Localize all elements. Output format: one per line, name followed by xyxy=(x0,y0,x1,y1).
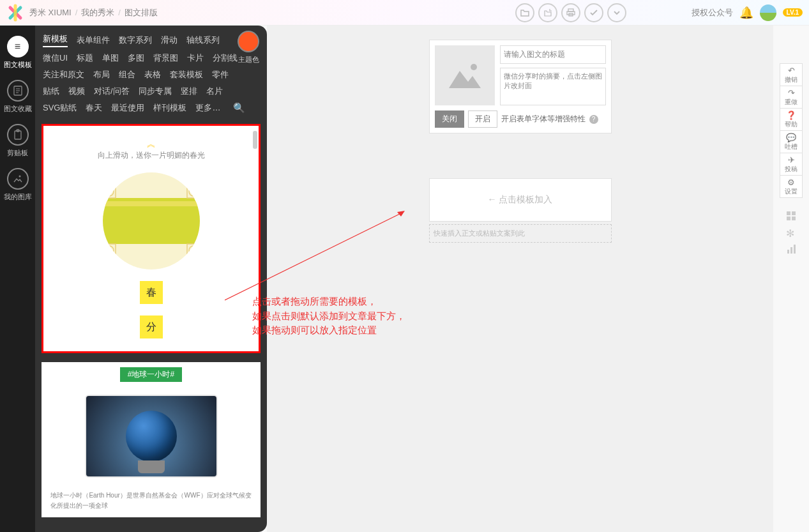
tab-wechatui[interactable]: 微信UI xyxy=(43,52,68,64)
svg-point-26 xyxy=(189,187,198,196)
rail-gallery[interactable]: 我的图库 xyxy=(0,163,35,207)
lines-icon: ≡ xyxy=(7,36,29,57)
tab-number[interactable]: 数字系列 xyxy=(119,34,152,46)
theme-swatch-icon xyxy=(238,31,259,52)
toggle-on-button[interactable]: 开启 xyxy=(468,110,497,128)
avatar[interactable] xyxy=(760,4,776,21)
earth-description: 地球一小时（Earth Hour）是世界自然基金会（WWF）应对全球气候变化所提… xyxy=(42,490,261,517)
svg-rect-33 xyxy=(787,211,790,215)
svg-point-27 xyxy=(105,246,114,255)
tab-svg[interactable]: SVG贴纸 xyxy=(43,102,77,114)
help-button[interactable]: ❓帮助 xyxy=(780,108,803,131)
breadcrumb-home[interactable]: 我的秀米 xyxy=(81,7,114,19)
tab-suite[interactable]: 套装模板 xyxy=(170,69,203,80)
svg-rect-14 xyxy=(103,244,200,270)
snowflake-icon[interactable]: ✻ xyxy=(786,227,796,238)
tab-parts[interactable]: 零件 xyxy=(212,69,229,80)
rail-clipboard[interactable]: 剪贴板 xyxy=(0,119,35,163)
right-rail: ↶撤销 ↷重做 ❓帮助 💬吐槽 ✈投稿 ⚙设置 xyxy=(780,64,803,198)
tab-single-img[interactable]: 单图 xyxy=(102,52,119,64)
undo-button[interactable]: ↶撤销 xyxy=(780,63,803,86)
tab-follow[interactable]: 关注和原文 xyxy=(43,69,84,80)
template-spring[interactable]: ︽ 向上滑动，送你一片明媚的春光 xyxy=(42,124,261,353)
tab-qa[interactable]: 对话/问答 xyxy=(94,86,130,97)
svg-point-30 xyxy=(189,259,198,268)
earth-tag: #地球一小时# xyxy=(120,367,182,382)
tab-video[interactable]: 视频 xyxy=(68,86,85,97)
tab-card2[interactable]: 名片 xyxy=(206,86,223,97)
doc-lines-icon xyxy=(7,80,29,102)
title-input[interactable]: 请输入图文的标题 xyxy=(500,45,606,64)
tab-axis[interactable]: 轴线系列 xyxy=(186,34,220,46)
tab-new[interactable]: 新模板 xyxy=(43,33,68,47)
theme-color-picker[interactable]: 主题色 xyxy=(238,31,259,65)
logo-icon xyxy=(6,4,24,22)
cover-placeholder[interactable] xyxy=(435,45,495,105)
authorize-link[interactable]: 授权公众号 xyxy=(692,7,733,19)
rail-templates[interactable]: ≡ 图文模板 xyxy=(0,31,35,75)
undo-icon: ↶ xyxy=(788,66,795,75)
folder-icon[interactable] xyxy=(515,3,534,22)
tab-card[interactable]: 卡片 xyxy=(187,52,204,64)
tab-more[interactable]: 更多… xyxy=(195,102,220,114)
top-right: 授权公众号 🔔 LV.1 xyxy=(692,4,803,21)
tab-combo[interactable]: 组合 xyxy=(119,69,135,80)
feedback-button[interactable]: 💬吐槽 xyxy=(780,130,803,153)
paste-zone[interactable]: 快速插入正文或粘贴文案到此 xyxy=(429,224,612,243)
rail-favorites[interactable]: 图文收藏 xyxy=(0,75,35,119)
submit-button[interactable]: ✈投稿 xyxy=(780,153,803,176)
grid-icon[interactable] xyxy=(786,211,796,221)
template-panel: 主题色 新模板 表单组件 数字系列 滑动 轴线系列 微信UI 标题 单图 多图 … xyxy=(35,26,267,532)
svg-rect-13 xyxy=(103,201,200,206)
chart-icon[interactable] xyxy=(786,244,796,254)
enhance-toggle-row: 关闭 开启 开启表单字体等增强特性 ? xyxy=(435,110,606,128)
tab-recent[interactable]: 最近使用 xyxy=(111,102,144,114)
toggle-off-button[interactable]: 关闭 xyxy=(435,110,464,128)
tab-sticker[interactable]: 贴纸 xyxy=(43,86,59,97)
check-icon[interactable] xyxy=(584,3,603,22)
search-icon[interactable]: 🔍 xyxy=(233,102,245,114)
tab-spring[interactable]: 春天 xyxy=(86,102,102,114)
tab-multi-img[interactable]: 多图 xyxy=(128,52,144,64)
template-list: ︽ 向上滑动，送你一片明媚的春光 xyxy=(35,124,267,532)
canvas-area: 请输入图文的标题 微信分享时的摘要，点击左侧图片改封面 关闭 开启 开启表单字体… xyxy=(267,26,773,532)
svg-rect-18 xyxy=(103,257,116,270)
down-icon[interactable] xyxy=(607,3,626,22)
summary-input[interactable]: 微信分享时的摘要，点击左侧图片改封面 xyxy=(500,68,606,105)
print-icon[interactable] xyxy=(561,3,580,22)
scrollbar-icon[interactable] xyxy=(253,131,257,149)
svg-point-32 xyxy=(471,64,477,70)
tab-sync[interactable]: 同步专属 xyxy=(139,86,172,97)
bell-icon[interactable]: 🔔 xyxy=(739,6,753,20)
svg-rect-22 xyxy=(187,257,200,270)
tab-vertical[interactable]: 竖排 xyxy=(181,86,197,97)
top-bar: 秀米 XIUMI / 我的秀米 / 图文排版 授权公众号 🔔 LV.1 xyxy=(0,0,809,26)
tab-sample[interactable]: 样刊模板 xyxy=(153,102,186,114)
svg-rect-15 xyxy=(103,172,116,185)
sync-icon[interactable] xyxy=(538,3,557,22)
tab-table[interactable]: 表格 xyxy=(144,69,161,80)
breadcrumb-brand[interactable]: 秀米 XIUMI xyxy=(29,7,72,19)
tab-divider[interactable]: 分割线 xyxy=(213,52,238,64)
earth-image xyxy=(85,395,218,478)
template-drop-zone[interactable]: ← 点击模板加入 xyxy=(429,178,612,222)
tab-bg-img[interactable]: 背景图 xyxy=(153,52,178,64)
svg-rect-37 xyxy=(787,250,789,254)
tab-form[interactable]: 表单组件 xyxy=(77,34,110,46)
tab-layout[interactable]: 布局 xyxy=(93,69,110,80)
question-icon: ❓ xyxy=(786,110,796,120)
settings-button[interactable]: ⚙设置 xyxy=(780,175,803,198)
svg-rect-19 xyxy=(187,172,200,185)
svg-rect-35 xyxy=(787,217,790,220)
plane-icon: ✈ xyxy=(788,155,795,165)
comment-icon: 💬 xyxy=(786,133,796,142)
enhance-label: 开启表单字体等增强特性 xyxy=(501,114,586,125)
redo-button[interactable]: ↷重做 xyxy=(780,86,803,109)
svg-rect-39 xyxy=(794,245,796,254)
image-icon xyxy=(7,168,29,190)
spring-hint: 向上滑动，送你一片明媚的春光 xyxy=(50,150,252,161)
tab-slide[interactable]: 滑动 xyxy=(161,34,178,46)
help-icon[interactable]: ? xyxy=(589,115,598,124)
template-earth[interactable]: #地球一小时# 地球一小时（Earth Hour）是世界自然基金会（WWF）应对… xyxy=(42,362,261,517)
tab-title[interactable]: 标题 xyxy=(77,52,93,64)
